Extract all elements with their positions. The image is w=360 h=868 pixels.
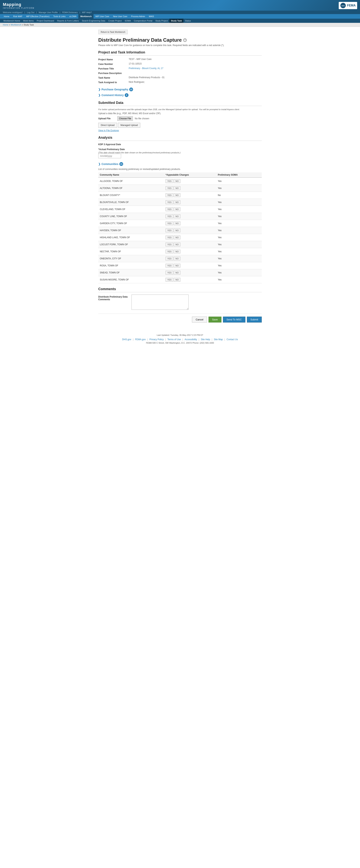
- no-btn[interactable]: NO: [174, 214, 181, 218]
- no-btn[interactable]: NO: [174, 278, 181, 282]
- subnav-project-dashboard[interactable]: Project Dashboard: [35, 19, 56, 23]
- subnav-work-items[interactable]: Work Items: [22, 19, 35, 23]
- logout-link[interactable]: Log Out: [27, 11, 34, 13]
- appealable-cell[interactable]: YES NO: [164, 178, 216, 185]
- community-name-cell: ONEONTA, CITY OF: [98, 255, 164, 262]
- appealable-cell[interactable]: YES NO: [164, 227, 216, 234]
- appealable-cell[interactable]: YES NO: [164, 262, 216, 269]
- no-btn[interactable]: NO: [174, 186, 181, 190]
- no-btn[interactable]: NO: [174, 200, 181, 204]
- yes-btn[interactable]: YES: [166, 186, 173, 190]
- table-row: ALTOONA, TOWN OF YES NO Yes: [98, 185, 262, 192]
- yes-btn[interactable]: YES: [166, 250, 173, 253]
- yes-btn[interactable]: YES: [166, 243, 173, 246]
- help-icon[interactable]: ?: [183, 38, 187, 42]
- yes-btn[interactable]: YES: [166, 278, 173, 282]
- managed-upload-btn[interactable]: Managed Upload: [118, 123, 140, 128]
- nav-eloma[interactable]: eLOMA: [67, 14, 78, 19]
- no-btn[interactable]: NO: [174, 264, 181, 268]
- yes-btn[interactable]: YES: [166, 228, 173, 232]
- send-to-msc-button[interactable]: Send To MSC: [223, 317, 246, 322]
- footer-contact-link[interactable]: Contact Us: [227, 338, 238, 341]
- yes-btn[interactable]: YES: [166, 221, 173, 225]
- nav-workbench[interactable]: Workbench: [78, 14, 94, 19]
- subnav-study-task[interactable]: Study Task: [169, 19, 184, 23]
- no-btn[interactable]: NO: [174, 221, 181, 225]
- subnav-soma[interactable]: SOMA: [123, 19, 132, 23]
- yes-btn[interactable]: YES: [166, 200, 173, 204]
- no-btn[interactable]: NO: [174, 179, 181, 183]
- soma-cell: Yes: [216, 220, 262, 227]
- appealable-cell[interactable]: YES NO: [164, 220, 216, 227]
- subnav-status[interactable]: Status: [184, 19, 192, 23]
- appealable-cell[interactable]: YES NO: [164, 269, 216, 276]
- no-btn[interactable]: NO: [174, 257, 181, 260]
- nav-process-admin[interactable]: Process Admin: [129, 14, 147, 19]
- yes-btn[interactable]: YES: [166, 214, 173, 218]
- cancel-button[interactable]: Cancel: [192, 317, 207, 322]
- footer-site-help-link[interactable]: Site Help: [201, 338, 210, 341]
- yes-btn[interactable]: YES: [166, 257, 173, 260]
- appealable-cell[interactable]: YES NO: [164, 255, 216, 262]
- appealable-cell[interactable]: YES NO: [164, 276, 216, 283]
- no-btn[interactable]: NO: [174, 271, 181, 275]
- subnav-create-project[interactable]: Create Project: [107, 19, 123, 23]
- comment-textarea[interactable]: [132, 294, 189, 310]
- no-btn[interactable]: NO: [174, 236, 181, 239]
- return-btn[interactable]: Return to Task Workbench: [98, 30, 128, 34]
- footer-site-map-link[interactable]: Site Map: [214, 338, 223, 341]
- appealable-cell[interactable]: YES NO: [164, 199, 216, 206]
- nav-mais[interactable]: MAIS: [147, 14, 156, 19]
- no-btn[interactable]: NO: [174, 243, 181, 246]
- breadcrumb-workbench[interactable]: Workbench: [11, 24, 21, 26]
- footer-links: DHS.gov | FEMA.gov | Privacy Policy | Te…: [0, 338, 360, 341]
- no-btn[interactable]: NO: [174, 207, 181, 211]
- yes-btn[interactable]: YES: [166, 236, 173, 239]
- fema-dictionary-link[interactable]: FEMA Dictionary: [62, 11, 78, 13]
- footer-privacy-link[interactable]: Privacy Policy: [150, 338, 164, 341]
- direct-upload-btn[interactable]: Direct Upload: [98, 123, 117, 128]
- nav-mip-effective[interactable]: MIP Effective (Transition): [24, 14, 52, 19]
- mip-help-link[interactable]: MIP Help?: [82, 11, 92, 13]
- appealable-cell[interactable]: YES NO: [164, 213, 216, 220]
- nav-risk-map[interactable]: Risk MAP: [11, 14, 24, 19]
- appealable-cell[interactable]: YES NO: [164, 241, 216, 248]
- footer-terms-link[interactable]: Terms of Use: [167, 338, 181, 341]
- choose-file-btn[interactable]: Choose File: [117, 116, 133, 121]
- subnav-study-project[interactable]: Study Project: [154, 19, 169, 23]
- subnav-compendium[interactable]: Compendium Portal: [132, 19, 154, 23]
- appealable-cell[interactable]: YES NO: [164, 234, 216, 241]
- submit-button[interactable]: Submit: [247, 317, 262, 322]
- no-btn[interactable]: NO: [174, 193, 181, 197]
- view-file-explorer-link[interactable]: View in File Explorer: [98, 129, 119, 132]
- yes-btn[interactable]: YES: [166, 264, 173, 268]
- save-button[interactable]: Save: [208, 317, 222, 322]
- no-btn[interactable]: NO: [174, 228, 181, 232]
- yes-btn[interactable]: YES: [166, 271, 173, 275]
- footer-dhs-link[interactable]: DHS.gov: [122, 338, 131, 341]
- no-btn[interactable]: NO: [174, 250, 181, 253]
- nav-tools-links[interactable]: Tools & Links: [51, 14, 67, 19]
- nav-home[interactable]: Home: [2, 14, 11, 19]
- yes-btn[interactable]: YES: [166, 179, 173, 183]
- appealable-cell[interactable]: YES NO: [164, 206, 216, 213]
- yes-btn[interactable]: YES: [166, 193, 173, 197]
- footer-fema-link[interactable]: FEMA.gov: [135, 338, 145, 341]
- appealable-cell[interactable]: YES NO: [164, 192, 216, 199]
- appealable-cell[interactable]: YES NO: [164, 248, 216, 255]
- comment-history-toggle[interactable]: ❯ Comment History 0: [98, 93, 262, 97]
- nav-new-user-care[interactable]: New User Care: [111, 14, 129, 19]
- manage-profile-link[interactable]: Manage User Profile: [39, 11, 58, 13]
- subnav-workbench-home[interactable]: Workbench Home: [2, 19, 22, 23]
- communities-note: List of communities receiving preliminar…: [98, 168, 262, 170]
- purchase-geography-toggle[interactable]: ❯ Purchase Geography 15: [98, 88, 262, 91]
- subnav-reports[interactable]: Reports & Form Letters: [56, 19, 80, 23]
- breadcrumb-home[interactable]: Home: [3, 24, 8, 26]
- appealable-cell[interactable]: YES NO: [164, 185, 216, 192]
- communities-toggle[interactable]: ❯ Communities 15: [98, 162, 262, 166]
- subnav-search-engineering[interactable]: Search Engineering Data: [80, 19, 107, 23]
- actual-date-input[interactable]: [98, 154, 121, 158]
- nav-mip-user-care[interactable]: MIP User Care: [94, 14, 111, 19]
- footer-accessibility-link[interactable]: Accessibility: [185, 338, 197, 341]
- yes-btn[interactable]: YES: [166, 207, 173, 211]
